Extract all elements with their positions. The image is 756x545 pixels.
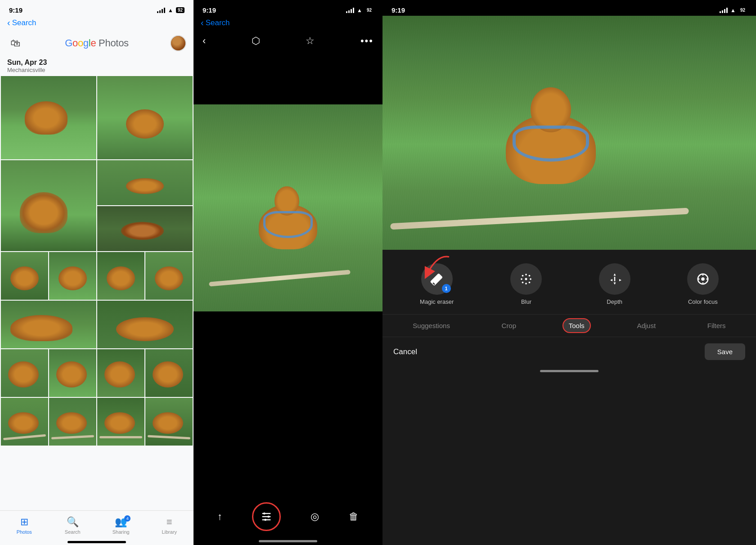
lens-button[interactable]: ◎ xyxy=(310,511,319,522)
nav-sharing-label: Sharing xyxy=(112,529,130,535)
nav-item-library[interactable]: ≡ Library xyxy=(145,516,194,535)
color-focus-tool[interactable]: Color focus xyxy=(687,263,719,305)
wifi-icon: ▲ xyxy=(168,7,173,14)
photo-cell[interactable] xyxy=(1,301,96,348)
bottom-nav: ⊞ Photos 🔍 Search 👥 4 Sharing ≡ Library xyxy=(0,510,194,537)
battery-badge-3: 92 xyxy=(738,7,747,13)
tools-icons-row: 1 Magic eraser xyxy=(382,250,756,314)
panel-google-photos: 9:19 ▲ 92 ‹ Search 🛍 Google Photos Sun, … xyxy=(0,0,194,545)
photo-cell[interactable] xyxy=(97,160,193,205)
blur-button[interactable] xyxy=(510,263,542,295)
edit-photo-view[interactable] xyxy=(382,16,756,250)
photo-cell[interactable] xyxy=(1,398,48,446)
location-text: Mechanicsville xyxy=(7,67,186,73)
svg-point-12 xyxy=(522,282,524,284)
photo-cell[interactable] xyxy=(97,206,193,251)
viewer-bottom-toolbar: ↑ ◎ 🗑 xyxy=(194,495,382,538)
back-button-1[interactable]: ‹ Search xyxy=(0,16,194,32)
date-text: Sun, Apr 23 xyxy=(7,59,186,67)
nav-item-sharing[interactable]: 👥 4 Sharing xyxy=(97,516,145,535)
black-bottom-area xyxy=(194,311,382,495)
trash-button[interactable]: 🗑 xyxy=(349,511,359,522)
blur-tool[interactable]: Blur xyxy=(510,263,542,305)
tab-crop[interactable]: Crop xyxy=(496,319,522,332)
tab-suggestions[interactable]: Suggestions xyxy=(407,319,455,332)
svg-point-11 xyxy=(530,278,532,280)
photo-cell[interactable] xyxy=(97,76,193,159)
photo-cell[interactable] xyxy=(49,252,96,300)
viewer-toolbar: ‹ ⬡ ☆ ••• xyxy=(194,32,382,50)
grid-row-3 xyxy=(1,252,193,300)
magic-eraser-badge: 1 xyxy=(442,284,451,293)
home-indicator-2 xyxy=(259,540,317,542)
color-focus-label: Color focus xyxy=(688,298,718,305)
status-icons-2: ▲ 92 xyxy=(346,7,374,14)
photo-cell[interactable] xyxy=(145,349,193,397)
avatar[interactable] xyxy=(170,35,186,51)
cart-icon[interactable]: 🛍 xyxy=(7,35,23,51)
photo-cell[interactable] xyxy=(1,349,48,397)
photo-grid xyxy=(0,76,194,510)
dog-figure xyxy=(259,204,317,249)
nav-item-photos[interactable]: ⊞ Photos xyxy=(0,516,49,535)
gp-logo-area: Google Photos xyxy=(23,37,170,49)
save-button[interactable]: Save xyxy=(705,343,745,360)
battery-badge-1: 92 xyxy=(176,7,184,13)
photo-cell[interactable] xyxy=(1,252,48,300)
star-button[interactable]: ☆ xyxy=(306,35,315,47)
photo-cell[interactable] xyxy=(49,398,96,446)
svg-point-6 xyxy=(526,274,527,275)
photo-cell[interactable] xyxy=(1,160,96,251)
time-2: 9:19 xyxy=(202,6,216,14)
back-arrow[interactable]: ‹ xyxy=(202,35,206,47)
signal-icon-2 xyxy=(346,8,354,13)
photo-cell[interactable] xyxy=(145,398,193,446)
svg-point-8 xyxy=(529,275,531,277)
photo-cell[interactable] xyxy=(1,76,96,159)
grid-row-4 xyxy=(1,301,193,348)
cancel-button[interactable]: Cancel xyxy=(393,347,417,356)
nav-item-search[interactable]: 🔍 Search xyxy=(49,516,97,535)
home-indicator-1 xyxy=(68,541,126,543)
svg-point-17 xyxy=(701,277,705,281)
svg-point-10 xyxy=(525,278,527,280)
edit-button[interactable] xyxy=(252,502,281,531)
tab-adjust[interactable]: Adjust xyxy=(631,319,661,332)
svg-point-14 xyxy=(526,283,527,284)
gp-header: 🛍 Google Photos xyxy=(0,32,194,57)
back-button-2[interactable]: ‹ Search xyxy=(194,16,382,32)
library-icon: ≡ xyxy=(166,516,172,528)
photo-cell[interactable] xyxy=(97,301,193,348)
back-chevron-1: ‹ xyxy=(7,18,10,28)
svg-point-13 xyxy=(529,282,531,284)
tab-tools[interactable]: Tools xyxy=(562,318,591,333)
depth-label: Depth xyxy=(607,298,622,305)
photo-cell[interactable] xyxy=(97,252,144,300)
main-photo[interactable] xyxy=(194,104,382,311)
dog-edit-figure xyxy=(506,114,596,184)
panel-photo-viewer: 9:19 ▲ 92 ‹ Search ‹ ⬡ ☆ ••• xyxy=(194,0,382,545)
tools-panel: 1 Magic eraser xyxy=(382,250,756,545)
depth-tool[interactable]: Depth xyxy=(599,263,630,305)
more-button[interactable]: ••• xyxy=(360,35,374,47)
edit-actions: Cancel Save xyxy=(382,337,756,366)
color-focus-button[interactable] xyxy=(687,263,719,295)
edit-photo-grass xyxy=(382,16,756,250)
edit-tabs-row: Suggestions Crop Tools Adjust Filters xyxy=(382,314,756,337)
photo-cell[interactable] xyxy=(97,398,144,446)
back-chevron-2: ‹ xyxy=(201,18,204,28)
status-bar-1: 9:19 ▲ 92 xyxy=(0,0,194,16)
cast-button[interactable]: ⬡ xyxy=(252,35,260,47)
tab-filters[interactable]: Filters xyxy=(702,319,731,332)
magic-eraser-label: Magic eraser xyxy=(420,298,454,305)
wifi-icon-2: ▲ xyxy=(357,7,362,14)
sharing-badge: 4 xyxy=(124,515,130,522)
photo-cell[interactable] xyxy=(49,349,96,397)
battery-badge-2: 92 xyxy=(365,7,374,13)
grid-row-5 xyxy=(1,349,193,397)
time-3: 9:19 xyxy=(392,6,405,14)
photo-cell[interactable] xyxy=(97,349,144,397)
photo-cell[interactable] xyxy=(145,252,193,300)
share-button[interactable]: ↑ xyxy=(217,511,222,522)
depth-button[interactable] xyxy=(599,263,630,295)
